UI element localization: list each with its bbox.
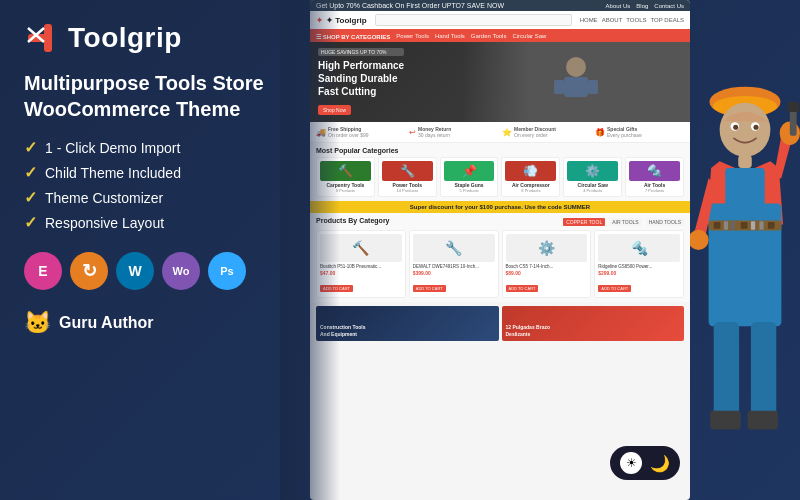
- tagline: Multipurpose Tools Store WooCommerce The…: [24, 70, 286, 122]
- author-label: Guru Author: [59, 314, 154, 332]
- product-name-4: Ridgeline GS6500 Power...: [598, 264, 680, 269]
- theme-toggle[interactable]: ☀ 🌙: [610, 446, 680, 480]
- cat-count-2: 14 Products: [382, 188, 433, 193]
- add-to-cart-2[interactable]: ADD TO CART: [413, 285, 446, 292]
- feature-item-4: ✓ Responsive Layout: [24, 213, 286, 232]
- toggle-sun-circle[interactable]: ☀: [620, 452, 642, 474]
- badge-photoshop: Ps: [208, 252, 246, 290]
- promo-bar: Super discount for your $100 purchase. U…: [310, 201, 690, 213]
- feature-return: ↩ Money Return 30 days return: [409, 126, 498, 138]
- center-panel: Get Upto 70% Cashback On First Order UPT…: [310, 0, 690, 500]
- bottom-card-2: 12 Pulgadas BrazoDeslizante: [502, 306, 685, 341]
- svg-rect-6: [554, 80, 564, 94]
- brand-name: Toolgrip: [68, 22, 182, 54]
- cat-count-5: 4 Products: [567, 188, 618, 193]
- product-img-2: 🔧: [413, 234, 495, 262]
- svg-rect-35: [748, 411, 778, 430]
- return-icon: ↩: [409, 128, 416, 137]
- preview-nav: HOME ABOUT TOOLS TOP DEALS: [580, 17, 684, 23]
- svg-point-14: [753, 125, 758, 130]
- svg-point-10: [720, 103, 771, 157]
- brand-logo: Toolgrip: [24, 20, 286, 56]
- hero-cta-button[interactable]: Shop Now: [318, 105, 351, 115]
- category-card-3[interactable]: 📌 Staple Guns 5 Products: [440, 157, 499, 197]
- feature-gifts: 🎁 Special Gifts Every purchase: [595, 126, 684, 138]
- categories-section: Most Popular Categories 🔨 Carpentry Tool…: [310, 143, 690, 201]
- product-card-3: ⚙️ Bosch CS5 7-1/4-Inch... $89.00 ADD TO…: [502, 230, 592, 298]
- hero-text: HUGE SAVINGS UP TO 70% High PerformanceS…: [318, 48, 404, 116]
- sun-icon: ☀: [626, 456, 637, 470]
- product-card-2: 🔧 DEWALT DWE7491RS 10-Inch... $399.00 AD…: [409, 230, 499, 298]
- moon-icon: 🌙: [650, 454, 670, 473]
- product-price-4: $299.00: [598, 270, 680, 276]
- tab-air[interactable]: AIR TOOLS: [609, 218, 642, 226]
- hero-worker-icon: [546, 52, 606, 112]
- category-card-2[interactable]: 🔧 Power Tools 14 Products: [378, 157, 437, 197]
- notice-text: Get Upto 70% Cashback On First Order UPT…: [316, 2, 504, 9]
- theme-preview: Get Upto 70% Cashback On First Order UPT…: [310, 0, 690, 500]
- svg-rect-27: [731, 221, 735, 229]
- cat-count-6: 7 Products: [629, 188, 680, 193]
- svg-rect-32: [714, 322, 739, 424]
- gifts-icon: 🎁: [595, 128, 605, 137]
- promo-text: Super discount for your $100 purchase. U…: [410, 204, 590, 210]
- products-grid: 🔨 Bostitch P51-10B Pneumatic... $47.00 A…: [316, 230, 684, 298]
- features-bar: 🚚 Free Shipping On order over $99 ↩ Mone…: [310, 122, 690, 143]
- tab-copper[interactable]: COPPER TOOL: [563, 218, 605, 226]
- product-name-3: Bosch CS5 7-1/4-Inch...: [506, 264, 588, 269]
- svg-rect-22: [787, 102, 799, 112]
- badge-update: ↻: [70, 252, 108, 290]
- feature-item-3: ✓ Theme Customizer: [24, 188, 286, 207]
- tab-hand[interactable]: HAND TOOLS: [646, 218, 684, 226]
- svg-point-13: [733, 125, 738, 130]
- toolgrip-logo-icon: [24, 20, 60, 56]
- main-container: Toolgrip Multipurpose Tools Store WooCom…: [0, 0, 800, 500]
- svg-rect-1: [44, 24, 52, 52]
- product-name-2: DEWALT DWE7491RS 10-Inch...: [413, 264, 495, 269]
- product-card-4: 🔩 Ridgeline GS6500 Power... $299.00 ADD …: [594, 230, 684, 298]
- cat-img-2: 🔧: [382, 161, 433, 181]
- product-img-3: ⚙️: [506, 234, 588, 262]
- svg-rect-19: [726, 168, 765, 215]
- add-to-cart-3[interactable]: ADD TO CART: [506, 285, 539, 292]
- product-img-4: 🔩: [598, 234, 680, 262]
- cat-img-4: 💨: [505, 161, 556, 181]
- cat-count-4: 8 Products: [505, 188, 556, 193]
- author-section: 🐱 Guru Author: [24, 310, 286, 336]
- products-section: Products By Category COPPER TOOL AIR TOO…: [310, 213, 690, 302]
- svg-rect-34: [710, 411, 740, 430]
- discount-icon: ⭐: [502, 128, 512, 137]
- svg-rect-25: [714, 222, 721, 229]
- badge-woo: Wo: [162, 252, 200, 290]
- check-icon-3: ✓: [24, 188, 37, 207]
- hero-badge: HUGE SAVINGS UP TO 70%: [318, 48, 404, 56]
- product-price-2: $399.00: [413, 270, 495, 276]
- feature-discount: ⭐ Member Discount On every order: [502, 126, 591, 138]
- badge-wordpress: W: [116, 252, 154, 290]
- category-card-4[interactable]: 💨 Air Compressor 8 Products: [501, 157, 560, 197]
- hero-image: [462, 42, 690, 122]
- author-cat-icon: 🐱: [24, 310, 51, 336]
- category-card-5[interactable]: ⚙️ Circular Saw 4 Products: [563, 157, 622, 197]
- category-bar: ☰ SHOP BY CATEGORIES Power Tools Hand To…: [310, 31, 690, 42]
- notice-bar: Get Upto 70% Cashback On First Order UPT…: [310, 0, 690, 11]
- tech-badges: E ↻ W Wo Ps: [24, 252, 286, 290]
- preview-header: ✦ ✦ Toolgrip HOME ABOUT TOOLS TOP DEALS: [310, 11, 690, 31]
- svg-rect-30: [759, 221, 763, 229]
- notice-links: About Us Blog Contact Us: [606, 3, 684, 9]
- preview-search-bar[interactable]: [375, 14, 572, 26]
- category-card-6[interactable]: 🔩 Air Tools 7 Products: [625, 157, 684, 197]
- badge-elementor: E: [24, 252, 62, 290]
- left-panel: Toolgrip Multipurpose Tools Store WooCom…: [0, 0, 310, 500]
- svg-rect-7: [588, 80, 598, 94]
- check-icon-2: ✓: [24, 163, 37, 182]
- product-tabs: COPPER TOOL AIR TOOLS HAND TOOLS: [563, 218, 684, 226]
- products-header: Products By Category COPPER TOOL AIR TOO…: [316, 217, 684, 227]
- svg-rect-28: [741, 222, 748, 229]
- cat-count-3: 5 Products: [444, 188, 495, 193]
- svg-point-4: [566, 57, 586, 77]
- svg-rect-5: [564, 77, 588, 97]
- add-to-cart-4[interactable]: ADD TO CART: [598, 285, 631, 292]
- svg-rect-26: [724, 221, 728, 229]
- categories-grid: 🔨 Carpentry Tools 9 Products 🔧 Power Too…: [316, 157, 684, 197]
